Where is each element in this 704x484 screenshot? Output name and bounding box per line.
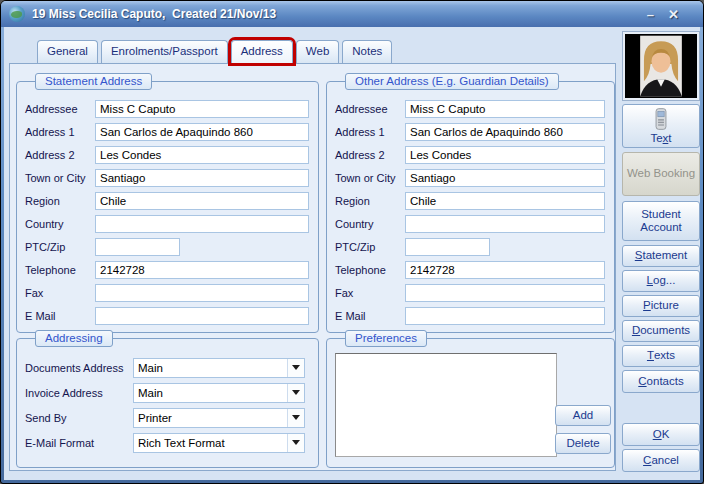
dropdown-button[interactable] <box>287 384 304 402</box>
statement-address1-input[interactable] <box>95 123 309 141</box>
statement-address-group: Statement Address Addressee Address 1 Ad… <box>16 81 319 333</box>
invoice-address-select[interactable]: Main <box>133 383 305 403</box>
phone-icon <box>652 107 670 131</box>
student-photo <box>623 32 699 100</box>
tab-web[interactable]: Web <box>296 40 339 63</box>
ptczip-label: PTC/Zip <box>335 241 405 253</box>
tab-general[interactable]: General <box>37 40 98 63</box>
email-label: E Mail <box>25 310 95 322</box>
statement-region-input[interactable] <box>95 192 309 210</box>
preferences-listbox[interactable] <box>335 353 557 457</box>
field-row: Region <box>17 189 318 212</box>
other-address1-input[interactable] <box>405 123 605 141</box>
delete-button[interactable]: Delete <box>555 433 611 454</box>
send-by-select[interactable]: Printer <box>133 408 305 428</box>
address2-label: Address 2 <box>335 149 405 161</box>
window-title: 19 Miss Cecilia Caputo, Created 21/Nov/1… <box>32 7 276 21</box>
dropdown-button[interactable] <box>287 359 304 377</box>
other-country-input[interactable] <box>405 215 605 233</box>
field-row: Country <box>327 212 614 235</box>
region-label: Region <box>335 195 405 207</box>
field-row: Address 1 <box>327 120 614 143</box>
country-label: Country <box>25 218 95 230</box>
field-row: Address 2 <box>327 143 614 166</box>
chevron-down-icon <box>292 365 300 370</box>
other-email-input[interactable] <box>405 307 605 325</box>
statement-fax-input[interactable] <box>95 284 309 302</box>
field-row: Town or City <box>17 166 318 189</box>
address1-label: Address 1 <box>25 126 95 138</box>
other-ptczip-input[interactable] <box>405 238 490 256</box>
add-button[interactable]: Add <box>555 405 611 426</box>
tab-enrolments-passport[interactable]: Enrolments/Passport <box>101 40 228 63</box>
statement-telephone-input[interactable] <box>95 261 309 279</box>
addressing-title: Addressing <box>35 330 113 347</box>
statement-email-input[interactable] <box>95 307 309 325</box>
web-booking-button[interactable]: Web Booking <box>622 152 700 196</box>
minimize-icon[interactable]: – <box>647 8 654 21</box>
town-label: Town or City <box>335 172 405 184</box>
ptczip-label: PTC/Zip <box>25 241 95 253</box>
statement-town-input[interactable] <box>95 169 309 187</box>
dropdown-button[interactable] <box>287 409 304 427</box>
statement-address-title: Statement Address <box>35 73 152 90</box>
documents-address-value: Main <box>134 362 287 374</box>
dropdown-button[interactable] <box>287 434 304 452</box>
documents-address-label: Documents Address <box>25 362 133 374</box>
field-row: Telephone <box>327 258 614 281</box>
log-button[interactable]: Log... <box>622 270 700 292</box>
field-row: Country <box>17 212 318 235</box>
picture-button[interactable]: Picture <box>622 295 700 317</box>
invoice-address-value: Main <box>134 387 287 399</box>
other-fax-input[interactable] <box>405 284 605 302</box>
statement-address2-input[interactable] <box>95 146 309 164</box>
other-address-group: Other Address (E.g. Guardian Details) Ad… <box>326 81 615 333</box>
field-row: Town or City <box>327 166 614 189</box>
field-row: E Mail <box>327 304 614 327</box>
tab-notes[interactable]: Notes <box>342 40 392 63</box>
addressee-label: Addressee <box>335 103 405 115</box>
ok-button[interactable]: OK <box>622 423 700 446</box>
texts-button[interactable]: Texts <box>622 345 700 367</box>
statement-button[interactable]: Statement <box>622 245 700 267</box>
statement-ptczip-input[interactable] <box>95 238 180 256</box>
field-row: E-Mail Format Rich Text Format <box>17 430 318 455</box>
student-record-window: 19 Miss Cecilia Caputo, Created 21/Nov/1… <box>0 0 704 484</box>
field-row: Fax <box>17 281 318 304</box>
field-row: Addressee <box>327 97 614 120</box>
email-format-value: Rich Text Format <box>134 437 287 449</box>
documents-button[interactable]: Documents <box>622 320 700 342</box>
email-format-select[interactable]: Rich Text Format <box>133 433 305 453</box>
other-telephone-input[interactable] <box>405 261 605 279</box>
field-row: Address 1 <box>17 120 318 143</box>
field-row: Fax <box>327 281 614 304</box>
address1-label: Address 1 <box>335 126 405 138</box>
cancel-button[interactable]: Cancel <box>622 449 700 472</box>
text-button-label: Text <box>650 132 671 145</box>
field-row: Invoice Address Main <box>17 380 318 405</box>
text-button[interactable]: Text <box>622 104 700 148</box>
field-row: PTC/Zip <box>17 235 318 258</box>
field-row: Region <box>327 189 614 212</box>
email-format-label: E-Mail Format <box>25 437 133 449</box>
tab-address[interactable]: Address <box>231 40 293 63</box>
other-addressee-input[interactable] <box>405 100 605 118</box>
documents-address-select[interactable]: Main <box>133 358 305 378</box>
region-label: Region <box>25 195 95 207</box>
statement-country-input[interactable] <box>95 215 309 233</box>
other-address-title: Other Address (E.g. Guardian Details) <box>345 73 559 90</box>
other-region-input[interactable] <box>405 192 605 210</box>
address-tab-panel: Statement Address Addressee Address 1 Ad… <box>9 63 616 471</box>
field-row: Addressee <box>17 97 318 120</box>
field-row: Telephone <box>17 258 318 281</box>
close-icon[interactable]: ✕ <box>668 8 679 21</box>
other-address2-input[interactable] <box>405 146 605 164</box>
contacts-button[interactable]: Contacts <box>622 370 700 393</box>
student-account-button[interactable]: Student Account <box>622 201 700 241</box>
student-photo-image <box>625 34 697 98</box>
statement-addressee-input[interactable] <box>95 100 309 118</box>
other-town-input[interactable] <box>405 169 605 187</box>
fax-label: Fax <box>335 287 405 299</box>
chevron-down-icon <box>292 390 300 395</box>
invoice-address-label: Invoice Address <box>25 387 133 399</box>
